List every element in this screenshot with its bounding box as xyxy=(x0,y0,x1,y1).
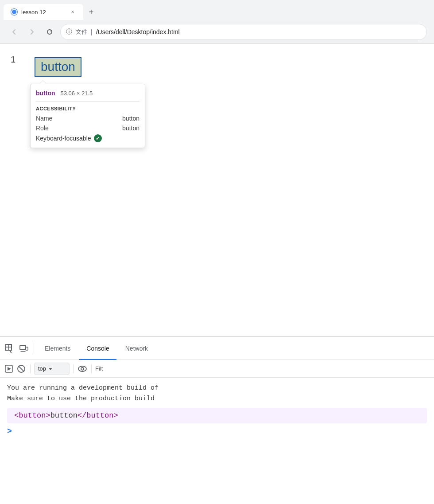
console-warning: You are running a development build of M… xyxy=(7,383,427,404)
console-content: You are running a development build of M… xyxy=(0,378,434,504)
browser-chrome: lesson 12 × + ⓘ 文件 | /Users/dell/Des xyxy=(0,0,434,44)
refresh-icon xyxy=(46,28,53,35)
tab-network[interactable]: Network xyxy=(118,337,155,360)
filter-label: Filt xyxy=(95,365,103,372)
prompt-arrow: > xyxy=(7,427,12,436)
back-icon xyxy=(11,28,18,35)
responsive-icon xyxy=(19,344,29,353)
browser-tab[interactable]: lesson 12 × xyxy=(4,4,83,20)
tooltip-name-label: Name xyxy=(36,115,52,122)
address-input[interactable]: ⓘ 文件 | /Users/dell/Desktop/index.html xyxy=(60,24,427,40)
html-open-tag: <button> xyxy=(14,411,50,420)
console-toolbar: top Filt xyxy=(0,360,434,378)
run-icon xyxy=(4,364,13,373)
tab-favicon xyxy=(11,8,18,16)
tooltip-arrow xyxy=(39,80,46,84)
console-prompt[interactable]: > xyxy=(7,427,427,436)
tooltip-name-row: Name button xyxy=(36,115,140,122)
tooltip-role-value: button xyxy=(122,125,140,132)
tooltip-focusable-row: Keyboard-focusable xyxy=(36,134,140,142)
forward-icon xyxy=(28,28,35,35)
html-text-content: button xyxy=(50,411,78,420)
address-bar: ⓘ 文件 | /Users/dell/Desktop/index.html xyxy=(0,20,434,43)
console-html-line: <button>button</button> xyxy=(7,408,427,423)
button-area: button button 53.06 × 21.5 ACCESSIBILITY… xyxy=(35,57,81,77)
tab-elements-label: Elements xyxy=(45,345,70,352)
new-tab-button[interactable]: + xyxy=(85,6,97,18)
warning-line-1: You are running a development build of xyxy=(7,383,427,394)
demo-button[interactable]: button xyxy=(35,57,81,77)
tab-bar: lesson 12 × + xyxy=(0,0,434,20)
svg-marker-6 xyxy=(49,368,52,370)
info-icon: ⓘ xyxy=(66,28,72,36)
eye-icon xyxy=(78,364,87,374)
tab-close-button[interactable]: × xyxy=(69,8,76,16)
svg-rect-2 xyxy=(26,347,28,350)
tooltip-role-row: Role button xyxy=(36,125,140,132)
inspect-icon xyxy=(5,344,15,353)
html-close-tag: </button> xyxy=(78,411,118,420)
clear-console-button[interactable] xyxy=(16,363,27,374)
tooltip-tag: button xyxy=(36,90,55,97)
toolbar-separator xyxy=(34,343,34,354)
tooltip-divider xyxy=(36,101,140,102)
svg-rect-1 xyxy=(20,345,26,350)
context-dropdown-value: top xyxy=(38,365,46,372)
tab-title: lesson 12 xyxy=(21,9,66,16)
console-separator-3 xyxy=(91,364,92,373)
console-separator xyxy=(30,364,31,373)
svg-point-7 xyxy=(78,366,86,371)
tooltip-section-title: ACCESSIBILITY xyxy=(36,106,140,111)
back-button[interactable] xyxy=(7,25,21,39)
page-number: 1 xyxy=(11,55,16,65)
forward-button[interactable] xyxy=(25,25,39,39)
focusable-label: Keyboard-focusable xyxy=(36,135,91,142)
tooltip-header: button 53.06 × 21.5 xyxy=(36,90,140,97)
address-url: /Users/dell/Desktop/index.html xyxy=(96,28,180,35)
sidebar-toggle-button[interactable] xyxy=(77,363,88,374)
tab-console[interactable]: Console xyxy=(79,337,116,360)
tab-network-label: Network xyxy=(125,345,148,352)
tooltip-popup: button 53.06 × 21.5 ACCESSIBILITY Name b… xyxy=(30,84,145,148)
chevron-down-icon xyxy=(48,366,53,371)
tooltip-role-label: Role xyxy=(36,125,49,132)
devtools-toolbar: Elements Console Network xyxy=(0,337,434,360)
devtools-panel: Elements Console Network top xyxy=(0,336,434,504)
tooltip-name-value: button xyxy=(122,115,140,122)
console-separator-2 xyxy=(73,364,74,373)
run-button[interactable] xyxy=(4,363,14,374)
svg-marker-4 xyxy=(8,367,11,371)
url-separator: | xyxy=(91,28,93,35)
inspect-element-button[interactable] xyxy=(4,342,16,355)
tab-console-label: Console xyxy=(86,345,109,352)
responsive-mode-button[interactable] xyxy=(18,342,30,355)
tab-elements[interactable]: Elements xyxy=(38,337,78,360)
warning-line-2: Make sure to use the production build xyxy=(7,394,427,404)
refresh-button[interactable] xyxy=(43,25,57,39)
file-label: 文件 xyxy=(76,28,87,36)
no-icon xyxy=(17,364,26,373)
tooltip-dimensions: 53.06 × 21.5 xyxy=(61,90,93,97)
svg-point-8 xyxy=(81,367,84,370)
context-dropdown[interactable]: top xyxy=(34,363,70,375)
page-content: 1 button button 53.06 × 21.5 ACCESSIBILI… xyxy=(0,44,434,336)
check-icon xyxy=(94,134,102,142)
